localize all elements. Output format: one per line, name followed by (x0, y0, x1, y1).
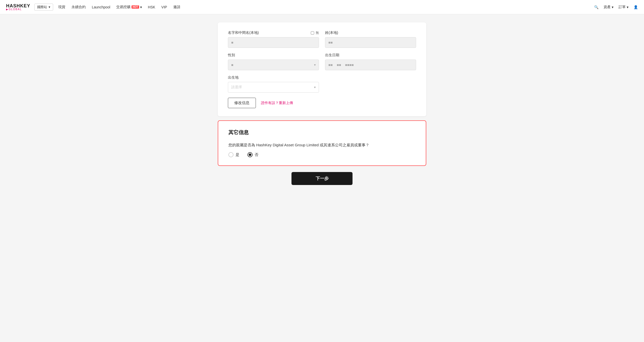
chevron-down-icon-orders: ▾ (627, 5, 628, 9)
gender-group: 性別 ■ ▾ (228, 53, 319, 70)
radio-no-label: 否 (255, 152, 258, 157)
assets-label: 資產 (604, 5, 611, 9)
user-icon: 👤 (634, 5, 638, 9)
gender-birthdate-row: 性別 ■ ▾ 出生日期 ■■ ■■ ■■■■ (228, 53, 416, 70)
birthplace-group: 出生地 請選擇 ▾ (228, 75, 319, 93)
birthdate-group: 出生日期 ■■ ■■ ■■■■ (325, 53, 416, 70)
chevron-down-icon: ▾ (49, 5, 50, 9)
last-name-local-group: 姓(本地) (325, 31, 416, 48)
other-info-title: 其它信息 (228, 129, 416, 136)
search-button[interactable]: 🔍 (594, 5, 598, 9)
nav-launchpool-label: Launchpool (92, 5, 110, 9)
nav-vip-label: VIP (161, 5, 167, 9)
logo-top: HASHKEY (6, 4, 30, 8)
radio-yes-label: 是 (236, 152, 239, 157)
gender-value: ■ (231, 63, 233, 67)
birthdate-input[interactable]: ■■ ■■ ■■■■ (325, 60, 416, 70)
nav-hsk-label: HSK (148, 5, 155, 9)
nav-spot-label: 現貨 (58, 5, 65, 9)
nav-perpetual-label: 永續合約 (71, 5, 86, 9)
other-info-section: 其它信息 您的親屬是否為 HashKey Digital Asset Group… (218, 120, 426, 166)
search-icon: 🔍 (594, 5, 598, 9)
site-select-label: 國際站 (37, 5, 47, 9)
nav-invite[interactable]: 邀請 (173, 5, 180, 9)
radio-no[interactable]: 否 (247, 152, 258, 157)
nav-perpetual[interactable]: 永續合約 (71, 5, 86, 9)
site-select[interactable]: 國際站 ▾ (34, 4, 53, 11)
re-upload-link[interactable]: 證件有誤？重新上傳 (261, 101, 293, 105)
last-name-local-label: 姓(本地) (325, 31, 416, 35)
next-button-wrapper: 下一步 (218, 172, 426, 185)
chevron-down-icon-assets: ▾ (612, 5, 613, 9)
gender-label: 性別 (228, 53, 319, 58)
nav-vip[interactable]: VIP (161, 5, 167, 9)
name-local-input[interactable] (228, 37, 319, 48)
birthdate-month: ■■ (337, 63, 341, 67)
nav-launchpool[interactable]: Launchpool (92, 5, 110, 9)
chevron-down-icon-birthplace: ▾ (314, 86, 316, 89)
radio-yes-circle (228, 152, 233, 157)
logo[interactable]: HASHKEY ▶GLOBAL (6, 4, 30, 11)
radio-group: 是 否 (228, 152, 416, 157)
form-actions: 修改信息 證件有誤？重新上傳 (228, 98, 416, 108)
last-name-local-input[interactable] (325, 37, 416, 48)
name-local-label-row: 名字和中間名(本地) 無 (228, 31, 319, 35)
name-row: 名字和中間名(本地) 無 姓(本地) (228, 31, 416, 48)
nav-invite-label: 邀請 (173, 5, 180, 9)
chevron-down-icon-mining: ▾ (140, 5, 142, 9)
user-avatar[interactable]: 👤 (634, 5, 638, 9)
birthdate-day: ■■ (328, 63, 333, 67)
nav-mining[interactable]: 交易挖礦 HOT ▾ (116, 5, 142, 9)
no-label: 無 (316, 31, 319, 35)
radio-no-circle (247, 152, 253, 157)
modify-button[interactable]: 修改信息 (228, 98, 256, 108)
navbar: HASHKEY ▶GLOBAL 國際站 ▾ 現貨 永續合約 Launchpool… (0, 0, 644, 14)
personal-info-form: 名字和中間名(本地) 無 姓(本地) 性別 (218, 22, 426, 116)
birthplace-placeholder: 請選擇 (231, 85, 242, 90)
nav-hsk[interactable]: HSK (148, 5, 155, 9)
no-checkbox[interactable] (311, 31, 314, 35)
nav-items: 現貨 永續合約 Launchpool 交易挖礦 HOT ▾ HSK VIP 邀請 (58, 5, 594, 9)
birthplace-placeholder-group (325, 75, 416, 93)
birthplace-select[interactable]: 請選擇 ▾ (228, 82, 319, 93)
birthdate-year: ■■■■ (345, 63, 354, 67)
next-button[interactable]: 下一步 (291, 172, 353, 185)
gender-select[interactable]: ■ ▾ (228, 60, 319, 70)
other-info-question: 您的親屬是否為 HashKey Digital Asset Group Limi… (228, 142, 416, 148)
name-local-group: 名字和中間名(本地) 無 (228, 31, 319, 48)
hot-badge: HOT (131, 5, 139, 9)
orders-menu[interactable]: 訂單 ▾ (619, 5, 628, 9)
orders-label: 訂單 (619, 5, 626, 9)
nav-mining-label: 交易挖礦 (116, 5, 130, 9)
no-checkbox-group[interactable]: 無 (311, 31, 319, 35)
birthdate-label: 出生日期 (325, 53, 416, 58)
logo-bottom: ▶GLOBAL (6, 8, 30, 11)
nav-right: 🔍 資產 ▾ 訂單 ▾ 👤 (594, 5, 638, 9)
radio-yes[interactable]: 是 (228, 152, 239, 157)
chevron-down-icon-gender: ▾ (314, 63, 316, 67)
name-local-label: 名字和中間名(本地) (228, 31, 259, 35)
assets-menu[interactable]: 資產 ▾ (604, 5, 613, 9)
main-content: 名字和中間名(本地) 無 姓(本地) 性別 (0, 14, 644, 342)
nav-spot[interactable]: 現貨 (58, 5, 65, 9)
birthplace-label: 出生地 (228, 75, 319, 80)
birthplace-row: 出生地 請選擇 ▾ (228, 75, 416, 93)
